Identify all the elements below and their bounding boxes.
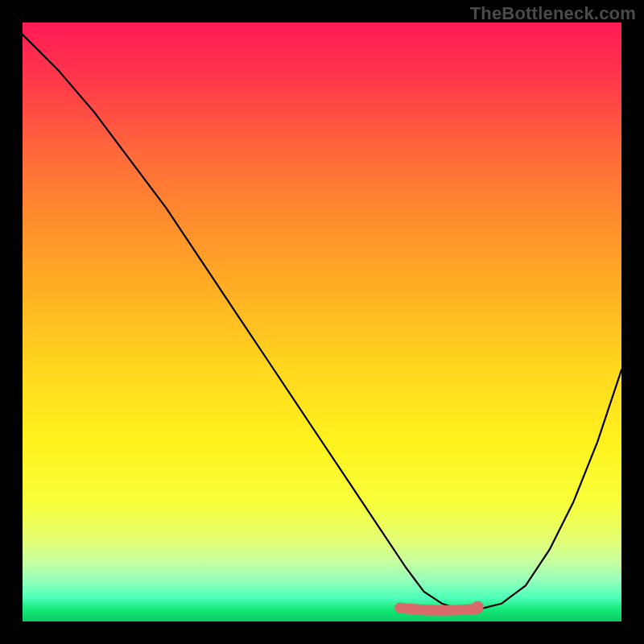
curve-layer [23,23,621,621]
optimal-range-marker [400,608,478,610]
watermark-text: TheBottleneck.com [470,3,636,24]
optimal-point-dot [472,601,484,613]
bottleneck-curve [23,35,621,609]
plot-area [23,23,621,621]
chart-container: TheBottleneck.com [0,0,644,644]
